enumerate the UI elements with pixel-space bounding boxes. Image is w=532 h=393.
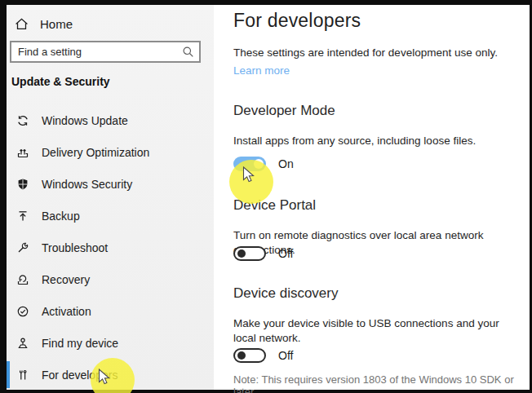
home-label: Home xyxy=(40,17,73,31)
device-portal-toggle-label: Off xyxy=(278,247,293,260)
sidebar-item-label: Windows Update xyxy=(42,114,128,127)
shield-icon xyxy=(16,178,29,191)
learn-more-link[interactable]: Learn more xyxy=(233,64,290,77)
sidebar-item-label: Activation xyxy=(42,305,91,318)
device-portal-toggle-row: Off xyxy=(233,246,293,261)
checkmark-circle-icon xyxy=(16,305,29,318)
sidebar-item-delivery-optimization[interactable]: Delivery Optimization xyxy=(7,136,214,168)
toggle-knob xyxy=(237,249,246,258)
toggle-knob xyxy=(237,351,246,360)
developer-mode-toggle-label: On xyxy=(278,157,294,170)
sidebar: Home Update & Security xyxy=(7,5,214,390)
settings-window: Home Update & Security xyxy=(0,0,532,393)
delivery-icon xyxy=(16,146,29,159)
backup-arrow-icon xyxy=(16,210,29,223)
sidebar-item-label: Backup xyxy=(42,210,80,223)
sidebar-item-label: Troubleshoot xyxy=(42,241,108,254)
sidebar-item-windows-update[interactable]: Windows Update xyxy=(7,104,214,136)
device-discovery-toggle[interactable] xyxy=(233,348,266,363)
developer-mode-heading: Developer Mode xyxy=(233,103,335,119)
sidebar-item-troubleshoot[interactable]: Troubleshoot xyxy=(7,232,214,263)
sidebar-item-label: Windows Security xyxy=(42,178,132,191)
sidebar-item-windows-security[interactable]: Windows Security xyxy=(7,168,214,200)
developer-mode-description: Install apps from any source, including … xyxy=(233,134,476,148)
device-discovery-toggle-label: Off xyxy=(278,349,293,362)
sync-icon xyxy=(16,114,29,127)
developer-tools-icon xyxy=(16,369,29,382)
sidebar-nav: Windows Update Delivery Optimization xyxy=(7,104,214,391)
search-input[interactable] xyxy=(11,42,199,61)
mouse-cursor-icon xyxy=(242,166,255,184)
sidebar-section-title: Update & Security xyxy=(11,75,110,88)
location-pin-icon xyxy=(16,337,29,350)
sidebar-item-label: Recovery xyxy=(42,273,90,286)
sidebar-item-recovery[interactable]: Recovery xyxy=(7,263,214,295)
sidebar-item-label: Delivery Optimization xyxy=(42,146,149,159)
device-discovery-toggle-row: Off xyxy=(233,348,293,363)
device-discovery-heading: Device discovery xyxy=(233,285,339,302)
home-icon xyxy=(15,17,29,31)
mouse-cursor-icon xyxy=(98,369,111,386)
wrench-icon xyxy=(16,241,29,254)
sidebar-item-activation[interactable]: Activation xyxy=(7,295,214,327)
page-subtitle: These settings are intended for developm… xyxy=(233,46,498,59)
sidebar-item-label: Find my device xyxy=(42,337,118,350)
sidebar-item-backup[interactable]: Backup xyxy=(7,200,214,232)
sidebar-item-find-my-device[interactable]: Find my device xyxy=(7,327,214,359)
page-title: For developers xyxy=(233,10,361,32)
sdk-note: Note: This requires version 1803 of the … xyxy=(233,373,530,393)
device-portal-toggle[interactable] xyxy=(233,246,266,261)
search-icon[interactable] xyxy=(182,46,194,58)
selected-accent-bar xyxy=(7,361,10,388)
search-box xyxy=(10,41,201,63)
device-discovery-description: Make your device visible to USB connecti… xyxy=(233,316,515,346)
sidebar-item-home[interactable]: Home xyxy=(15,13,73,34)
recovery-icon xyxy=(16,273,29,286)
